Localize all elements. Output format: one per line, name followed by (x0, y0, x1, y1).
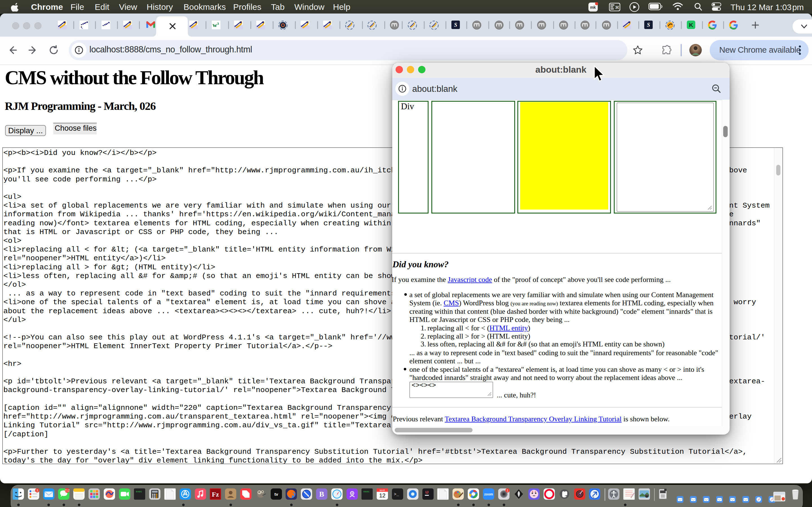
svg-text:mk: mk (590, 5, 596, 10)
svg-text:K: K (689, 22, 693, 28)
svg-text:1: 1 (507, 489, 508, 492)
svg-text:w: w (213, 21, 217, 29)
svg-text:exec: exec (363, 490, 370, 493)
svg-text:Fz: Fz (212, 491, 219, 498)
svg-text:12: 12 (379, 492, 386, 499)
svg-text:⌘: ⌘ (615, 5, 619, 10)
svg-text:MAR: MAR (380, 489, 385, 492)
svg-text:B: B (319, 490, 324, 498)
svg-text:IJ: IJ (425, 490, 428, 494)
svg-text:3: 3 (36, 489, 38, 492)
svg-text:S: S (647, 22, 650, 28)
svg-text:zoom: zoom (484, 492, 493, 496)
svg-text:>_: >_ (394, 492, 399, 497)
svg-text:3: 3 (217, 21, 219, 25)
svg-text:S: S (454, 22, 457, 28)
svg-text:tv: tv (274, 492, 278, 497)
svg-text:exec: exec (136, 490, 142, 493)
svg-text:212: 212 (65, 489, 70, 492)
